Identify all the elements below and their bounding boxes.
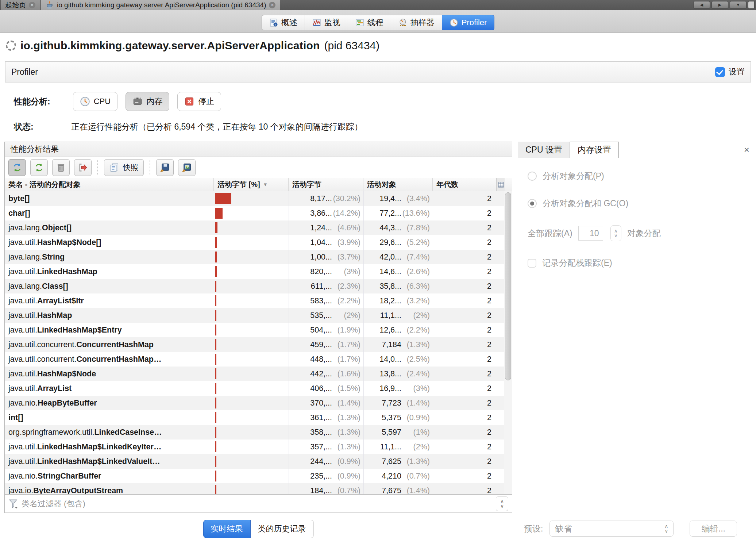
column-header-generations[interactable]: 年代数 [433,178,497,191]
class-history-tab[interactable]: 类的历史记录 [251,520,314,538]
class-name-cell: java.util.concurrent.ConcurrentHashMap… [5,355,214,364]
table-row[interactable]: java.lang.String 1,00...(3.7%) 42,0...(7… [5,250,504,264]
live-bytes-bar [215,456,216,467]
live-results-tab[interactable]: 实时结果 [203,520,251,538]
settings-close-icon[interactable]: × [739,144,755,156]
track-count-input[interactable]: 10 [578,226,603,241]
tab-monitor[interactable]: 监视 [305,15,348,30]
auto-refresh-button[interactable] [8,159,26,176]
close-icon[interactable]: × [269,2,275,8]
live-bytes-bar-cell [214,469,289,483]
table-row[interactable]: java.util.HashMap$Node[] 1,04...(3.9%) 2… [5,235,504,250]
tab-sampler[interactable]: 抽样器 [391,15,442,30]
column-selector-button[interactable] [497,178,505,191]
table-row[interactable]: java.lang.Class[] 611,...(2.3%) 35,8...(… [5,279,504,293]
column-header-live-bytes[interactable]: 活动字节 [289,178,363,191]
table-row[interactable]: java.util.concurrent.ConcurrentHashMap 4… [5,337,504,352]
tab-threads[interactable]: 线程 [348,15,391,30]
live-objects-cell: 5,375(0.9%) [363,410,433,425]
track-count-stepper[interactable]: ∧∨ [610,225,621,241]
column-header-live-bytes-relative[interactable]: 活动字节 [%] ▼ [214,178,289,191]
table-row[interactable]: java.util.concurrent.ConcurrentHashMap… … [5,352,504,367]
live-bytes-bar [215,281,216,292]
save-disk-icon [160,162,170,173]
class-name-cell: java.util.LinkedHashMap$Entry [5,326,214,335]
cpu-settings-tab[interactable]: CPU 设置 [518,142,570,158]
live-bytes-cell: 583,...(2.2%) [289,293,363,308]
radio-profile-allocations[interactable]: 分析对象分配(P) [528,170,745,182]
preset-select[interactable]: 缺省 ∧∨ [549,521,674,537]
table-row[interactable]: int[] 361,...(1.3%) 5,375(0.9%) 2 [5,410,504,425]
table-row[interactable]: java.util.LinkedHashMap 820,...(3%) 14,6… [5,264,504,279]
memory-profile-button[interactable]: 内存 [126,92,169,111]
class-name-cell: int[] [5,413,214,422]
filter-options-stepper[interactable]: ∧∨ [496,496,508,511]
cpu-profile-button[interactable]: CPU [73,92,117,111]
radio-profile-allocations-gc[interactable]: 分析对象分配和 GC(O) [528,198,745,209]
nav-forward-button[interactable]: ▶ [711,1,728,9]
table-row[interactable]: java.util.ArrayList 406,...(1.5%) 16,9..… [5,381,504,396]
tab-start-page[interactable]: 起始页 × [1,0,41,10]
memory-chip-icon [132,96,143,107]
live-bytes-bar [215,485,216,494]
settings-checkbox[interactable] [715,67,725,77]
live-objects-cell: 19,4...(3.4%) [363,191,433,206]
table-row[interactable]: java.util.HashMap$Node 442,...(1.6%) 13,… [5,367,504,381]
tab-list-button[interactable]: ▼ [730,1,747,9]
close-icon[interactable]: × [29,2,35,8]
save-data-button[interactable] [156,159,174,176]
table-row[interactable]: byte[] 8,17...(30.2%) 19,4...(3.4%) 2 [5,191,504,206]
table-row[interactable]: java.nio.StringCharBuffer 235,...(0.9%) … [5,469,504,483]
scrollbar-thumb[interactable] [505,192,511,380]
window-tab-bar: 起始页 × io github kimmking gateway server … [0,0,756,10]
refresh-button[interactable] [30,159,48,176]
class-filter-input[interactable]: 类名过滤器 (包含) [22,498,492,509]
edit-preset-button[interactable]: 编辑... [690,521,737,537]
live-objects-cell: 4,210(0.7%) [363,469,433,483]
live-bytes-bar [215,441,216,452]
radio-icon[interactable] [528,172,537,181]
live-bytes-cell: 370,...(1.4%) [289,396,363,410]
live-objects-cell: 7,625(1.3%) [363,454,433,469]
table-row[interactable]: java.nio.HeapByteBuffer 370,...(1.4%) 7,… [5,396,504,410]
live-objects-cell: 16,9...(3%) [363,381,433,396]
preset-row: 预设: 缺省 ∧∨ 编辑... [524,521,750,537]
record-stack-traces-checkbox[interactable]: 记录分配栈跟踪(E) [528,257,745,269]
column-header-live-objects[interactable]: 活动对象 [363,178,433,191]
table-row[interactable]: java.lang.Object[] 1,24...(4.6%) 44,3...… [5,220,504,235]
class-name-cell: java.util.LinkedHashMap$LinkedValueIt… [5,457,214,466]
stop-button-label: 停止 [198,96,214,107]
stop-profile-button[interactable]: 停止 [177,92,221,111]
live-objects-cell: 11,1...(2%) [363,440,433,454]
live-bytes-cell: 3,86...(14.2%) [289,206,363,220]
nav-back-button[interactable]: ◀ [693,1,710,9]
generations-cell: 2 [433,206,497,220]
checkbox-unchecked-icon[interactable] [528,259,536,268]
tab-overview[interactable]: i 概述 [262,15,305,30]
table-row[interactable]: org.springframework.util.LinkedCaseInse…… [5,425,504,440]
table-row[interactable]: java.util.LinkedHashMap$LinkedKeyIter… 3… [5,440,504,454]
class-name-cell: java.util.HashMap$Node[] [5,238,214,247]
column-header-class-name[interactable]: 类名 - 活动的分配对象 [5,178,214,191]
save-image-icon [182,162,192,173]
table-row[interactable]: char[] 3,86...(14.2%) 77,2...(13.6%) 2 [5,206,504,220]
table-row[interactable]: java.util.ArrayList$Itr 583,...(2.2%) 18… [5,293,504,308]
table-row[interactable]: java.io.ByteArrayOutputStream 184,...(0.… [5,483,504,494]
radio-selected-icon[interactable] [528,199,537,208]
tab-application[interactable]: io github kimmking gateway server ApiSer… [41,0,280,10]
class-name-cell: java.util.ArrayList$Itr [5,296,214,306]
table-scrollbar[interactable] [504,191,512,494]
export-results-button[interactable] [74,159,92,176]
live-bytes-cell: 1,00...(3.7%) [289,250,363,264]
filter-funnel-icon[interactable] [8,499,18,509]
table-row[interactable]: java.util.LinkedHashMap$LinkedValueIt… 2… [5,454,504,469]
table-row[interactable]: java.util.HashMap 535,...(2%) 11,1...(2%… [5,308,504,323]
save-image-button[interactable] [178,159,196,176]
delete-results-button[interactable] [52,159,70,176]
memory-settings-tab[interactable]: 内存设置 [570,142,619,158]
snapshot-button[interactable]: 快照 [104,159,144,176]
live-bytes-bar [215,383,216,394]
table-row[interactable]: java.util.LinkedHashMap$Entry 504,...(1.… [5,323,504,337]
live-bytes-bar [215,310,216,321]
tab-profiler[interactable]: Profiler [442,15,495,30]
